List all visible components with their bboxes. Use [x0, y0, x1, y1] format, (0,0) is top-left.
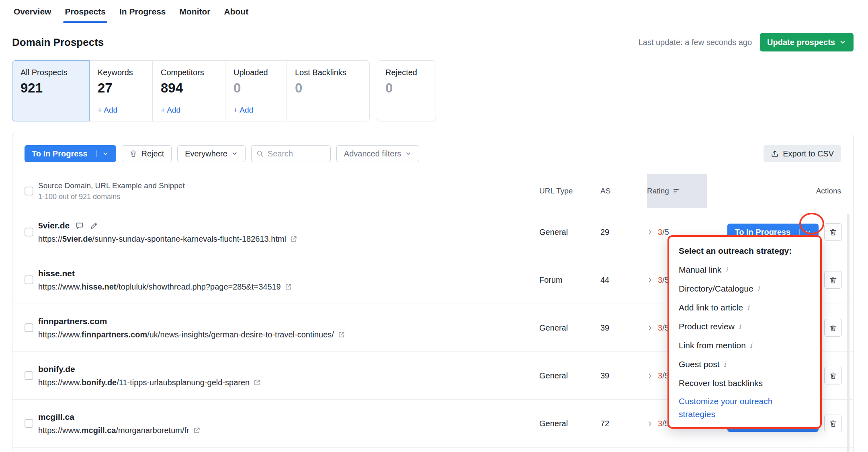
nav-about[interactable]: About [222, 0, 250, 23]
row-url[interactable]: https://www.bonify.de/11-tipps-urlaubspl… [38, 378, 531, 387]
update-prospects-button[interactable]: Update prospects [760, 33, 854, 51]
menu-item-add-link-to-article[interactable]: Add link to article i [679, 298, 811, 317]
add-uploaded-link[interactable]: + Add [233, 106, 278, 115]
trash-icon [129, 150, 137, 158]
row-url[interactable]: https://www.finnpartners.com/uk/news-ins… [38, 330, 531, 339]
select-all-checkbox[interactable] [25, 187, 33, 195]
info-icon: i [739, 322, 741, 331]
external-link-icon[interactable] [193, 427, 201, 434]
nav-monitor[interactable]: Monitor [178, 0, 212, 23]
table-row-count: 1-100 out of 921 domains [38, 193, 539, 201]
edit-pencil-icon[interactable] [90, 221, 98, 230]
card-all-prospects[interactable]: All Prospects 921 [12, 60, 90, 121]
row-domain[interactable]: hisse.net [38, 269, 75, 278]
row-checkbox[interactable] [25, 419, 33, 428]
customize-strategies-link[interactable]: Customize your outreach strategies [679, 395, 811, 421]
expand-chevron-icon[interactable] [647, 277, 653, 283]
row-as-score: 72 [600, 419, 647, 428]
row-url-type: General [539, 419, 600, 428]
row-delete-button[interactable] [824, 415, 842, 432]
last-update-text: Last update: a few seconds ago [639, 38, 752, 47]
col-url-type-header: URL Type [539, 187, 600, 195]
dropdown-title: Select an outreach strategy: [679, 245, 811, 257]
external-link-icon[interactable] [338, 331, 345, 339]
row-domain[interactable]: mcgill.ca [38, 412, 74, 422]
menu-item-link-from-mention[interactable]: Link from mention i [679, 336, 811, 355]
comment-icon[interactable] [75, 221, 84, 230]
export-icon [771, 150, 779, 158]
external-link-icon[interactable] [290, 235, 297, 243]
row-checkbox[interactable] [25, 228, 33, 236]
card-lost-backlinks[interactable]: Lost Backlinks 0 [287, 60, 370, 121]
card-competitors[interactable]: Competitors 894 + Add [152, 60, 225, 121]
chevron-down-icon [231, 150, 238, 157]
row-domain[interactable]: finnpartners.com [38, 316, 107, 326]
expand-chevron-icon[interactable] [647, 373, 653, 379]
row-as-score: 39 [600, 323, 647, 333]
row-url[interactable]: https://www.mcgill.ca/morganarboretum/fr [38, 426, 531, 435]
expand-chevron-icon[interactable] [647, 229, 653, 235]
info-icon: i [757, 284, 760, 293]
info-icon: i [750, 341, 752, 349]
row-domain[interactable]: 5vier.de [38, 221, 70, 230]
search-icon [256, 150, 264, 158]
search-input[interactable] [268, 149, 326, 158]
chevron-down-icon[interactable] [96, 150, 109, 157]
prospect-source-cards: All Prospects 921 Keywords 27 + Add Comp… [0, 60, 868, 121]
row-url-type: General [539, 228, 600, 237]
chevron-down-icon [405, 150, 411, 157]
row-as-score: 29 [600, 228, 647, 237]
row-domain[interactable]: bonify.de [38, 364, 75, 374]
scope-select[interactable]: Everywhere [177, 145, 246, 162]
page-title: Domain Prospects [12, 36, 104, 49]
card-rejected[interactable]: Rejected 0 [377, 60, 436, 121]
row-url[interactable]: https://5vier.de/sunny-sunday-spontane-k… [38, 234, 531, 244]
info-icon: i [725, 265, 728, 274]
col-rating-header[interactable]: Rating [647, 174, 707, 208]
chevron-down-icon[interactable] [799, 229, 811, 235]
external-link-icon[interactable] [285, 283, 292, 291]
info-icon: i [724, 360, 726, 368]
row-delete-button[interactable] [824, 271, 842, 289]
add-keywords-link[interactable]: + Add [98, 106, 144, 115]
row-checkbox[interactable] [25, 275, 33, 284]
row-delete-button[interactable] [824, 319, 842, 337]
top-nav: Overview Prospects In Progress Monitor A… [0, 0, 868, 23]
row-checkbox[interactable] [25, 323, 33, 332]
menu-item-recover-lost-backlinks[interactable]: Recover lost backlinks [679, 374, 811, 392]
row-url[interactable]: https://www.hisse.net/topluluk/showthrea… [38, 282, 531, 292]
expand-chevron-icon[interactable] [647, 325, 653, 331]
nav-overview[interactable]: Overview [12, 0, 53, 23]
menu-item-directory-catalogue[interactable]: Directory/Catalogue i [679, 279, 811, 298]
export-csv-button[interactable]: Export to CSV [764, 145, 841, 162]
row-url-type: Forum [539, 275, 600, 285]
table-header: Source Domain, URL Example and Snippet 1… [12, 174, 853, 208]
row-rating: 3/5 [658, 228, 669, 237]
nav-prospects[interactable]: Prospects [63, 0, 107, 23]
row-delete-button[interactable] [824, 367, 842, 384]
row-delete-button[interactable] [824, 223, 842, 241]
chevron-down-icon [839, 39, 846, 46]
reject-button[interactable]: Reject [122, 145, 172, 162]
menu-item-manual-link[interactable]: Manual link i [679, 260, 811, 279]
row-as-score: 44 [600, 275, 647, 285]
card-keywords[interactable]: Keywords 27 + Add [89, 60, 153, 121]
table-row [12, 448, 853, 452]
menu-item-guest-post[interactable]: Guest post i [679, 355, 811, 374]
table-scrollbar[interactable] [847, 214, 850, 452]
advanced-filters-button[interactable]: Advanced filters [336, 145, 419, 162]
bulk-to-in-progress-button[interactable]: To In Progress [25, 145, 116, 162]
info-icon: i [747, 303, 749, 312]
row-checkbox[interactable] [25, 371, 33, 380]
nav-in-progress[interactable]: In Progress [118, 0, 168, 23]
card-uploaded[interactable]: Uploaded 0 + Add [225, 60, 287, 121]
expand-chevron-icon[interactable] [647, 421, 653, 427]
row-url-type: General [539, 371, 600, 380]
col-source-header: Source Domain, URL Example and Snippet [38, 181, 539, 190]
table-toolbar: To In Progress Reject Everywhere Advance… [12, 133, 853, 174]
external-link-icon[interactable] [253, 379, 261, 386]
sort-icon [673, 188, 680, 195]
row-as-score: 39 [600, 371, 647, 380]
menu-item-product-review[interactable]: Product review i [679, 317, 811, 336]
add-competitors-link[interactable]: + Add [161, 106, 217, 115]
